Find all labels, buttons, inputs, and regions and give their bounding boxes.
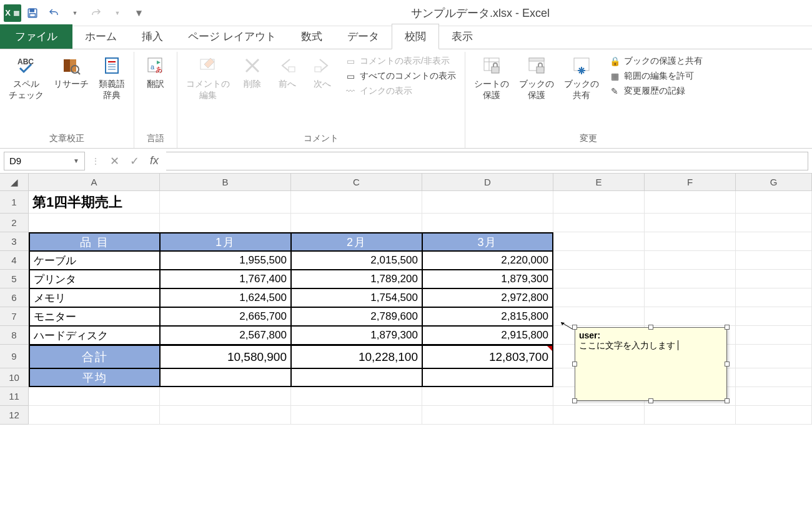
cell-C1[interactable]	[291, 191, 422, 214]
cell-A6[interactable]: メモリ	[29, 288, 160, 307]
cell-A11[interactable]	[29, 387, 160, 406]
cell-D2[interactable]	[422, 214, 553, 232]
redo-dropdown[interactable]: ▼	[107, 3, 127, 23]
undo-dropdown[interactable]: ▼	[65, 3, 85, 23]
cell-C12[interactable]	[291, 406, 422, 425]
tab-home[interactable]: ホーム	[72, 24, 129, 49]
col-D[interactable]: D	[422, 174, 553, 191]
research-button[interactable]: リサーチ	[50, 53, 92, 91]
spelling-button[interactable]: ABC スペル チェック	[5, 53, 47, 102]
cell-A9[interactable]: 合計	[29, 345, 160, 368]
cell-A7[interactable]: モニター	[29, 307, 160, 326]
show-ink[interactable]: 〰インクの表示	[345, 86, 456, 97]
formula-input[interactable]	[166, 152, 808, 170]
allow-edit-ranges[interactable]: ▦範囲の編集を許可	[609, 71, 703, 82]
cell-E5[interactable]	[553, 270, 645, 288]
resize-handle-w[interactable]	[572, 362, 577, 367]
comment-text[interactable]: ここに文字を入力します	[579, 340, 675, 350]
cell-B5[interactable]: 1,767,400	[160, 270, 291, 288]
row-8[interactable]: 8	[0, 326, 29, 345]
cell-C6[interactable]: 1,754,500	[291, 288, 422, 307]
tab-review[interactable]: 校閲	[392, 24, 439, 49]
cell-B8[interactable]: 2,567,800	[160, 326, 291, 345]
cell-E3[interactable]	[553, 232, 645, 251]
cell-B10[interactable]	[160, 368, 291, 387]
cell-C4[interactable]: 2,015,500	[291, 251, 422, 270]
cell-G7[interactable]	[736, 307, 812, 326]
tab-formulas[interactable]: 数式	[289, 24, 335, 49]
row-1[interactable]: 1	[0, 191, 29, 214]
cell-G11[interactable]	[736, 387, 812, 406]
row-5[interactable]: 5	[0, 270, 29, 288]
col-C[interactable]: C	[291, 174, 422, 191]
cell-B2[interactable]	[160, 214, 291, 232]
enter-button[interactable]: ✓	[126, 153, 142, 169]
save-button[interactable]	[22, 3, 42, 23]
resize-handle-s[interactable]	[648, 398, 653, 403]
resize-handle-n[interactable]	[648, 325, 653, 330]
cell-G8[interactable]	[736, 326, 812, 345]
cell-A2[interactable]	[29, 214, 160, 232]
cell-A10[interactable]: 平均	[29, 368, 160, 387]
row-4[interactable]: 4	[0, 251, 29, 270]
cell-D11[interactable]	[422, 387, 553, 406]
cell-D1[interactable]	[422, 191, 553, 214]
resize-handle-ne[interactable]	[725, 325, 730, 330]
cell-C2[interactable]	[291, 214, 422, 232]
cell-G2[interactable]	[736, 214, 812, 232]
tab-data[interactable]: データ	[335, 24, 392, 49]
cell-D8[interactable]: 2,915,800	[422, 326, 553, 345]
row-6[interactable]: 6	[0, 288, 29, 307]
cell-F12[interactable]	[645, 406, 736, 425]
cell-E12[interactable]	[553, 406, 645, 425]
cell-F5[interactable]	[645, 270, 736, 288]
col-E[interactable]: E	[553, 174, 645, 191]
cell-E6[interactable]	[553, 288, 645, 307]
cell-G10[interactable]	[736, 368, 812, 387]
cell-B3[interactable]: 1月	[160, 232, 291, 251]
cell-B6[interactable]: 1,624,500	[160, 288, 291, 307]
edit-comment-button[interactable]: コメントの 編集	[182, 53, 234, 102]
cell-F3[interactable]	[645, 232, 736, 251]
resize-handle-e[interactable]	[725, 362, 730, 367]
row-3[interactable]: 3	[0, 232, 29, 251]
cell-G9[interactable]	[736, 345, 812, 368]
cell-B4[interactable]: 1,955,500	[160, 251, 291, 270]
cell-A8[interactable]: ハードディスク	[29, 326, 160, 345]
qat-customize[interactable]: ⯆	[129, 3, 149, 23]
select-all-corner[interactable]: ◢	[0, 174, 29, 191]
resize-handle-se[interactable]	[725, 398, 730, 403]
row-2[interactable]: 2	[0, 214, 29, 232]
cell-A5[interactable]: プリンタ	[29, 270, 160, 288]
cell-B9[interactable]: 10,580,900	[160, 345, 291, 368]
cell-D12[interactable]	[422, 406, 553, 425]
cell-D10[interactable]	[422, 368, 553, 387]
col-F[interactable]: F	[645, 174, 736, 191]
cell-C11[interactable]	[291, 387, 422, 406]
cell-C8[interactable]: 1,879,300	[291, 326, 422, 345]
protect-workbook-button[interactable]: ブックの 保護	[515, 53, 558, 102]
redo-button[interactable]	[86, 3, 106, 23]
cell-E1[interactable]	[553, 191, 645, 214]
row-7[interactable]: 7	[0, 307, 29, 326]
row-10[interactable]: 10	[0, 368, 29, 387]
cell-D4[interactable]: 2,220,000	[422, 251, 553, 270]
cell-F4[interactable]	[645, 251, 736, 270]
next-comment-button[interactable]: 次へ	[306, 53, 339, 91]
name-box[interactable]: D9 ▼	[4, 152, 85, 170]
cell-D6[interactable]: 2,972,800	[422, 288, 553, 307]
undo-button[interactable]	[44, 3, 64, 23]
resize-handle-nw[interactable]	[572, 325, 577, 330]
show-hide-comment[interactable]: ▭コメントの表示/非表示	[345, 56, 456, 67]
prev-comment-button[interactable]: 前へ	[271, 53, 304, 91]
cell-E4[interactable]	[553, 251, 645, 270]
row-9[interactable]: 9	[0, 345, 29, 368]
tab-file[interactable]: ファイル	[0, 24, 72, 49]
cell-A4[interactable]: ケーブル	[29, 251, 160, 270]
thesaurus-button[interactable]: 類義語 辞典	[95, 53, 129, 102]
col-G[interactable]: G	[736, 174, 812, 191]
cell-C3[interactable]: 2月	[291, 232, 422, 251]
cell-D7[interactable]: 2,815,800	[422, 307, 553, 326]
cell-C7[interactable]: 2,789,600	[291, 307, 422, 326]
cell-G4[interactable]	[736, 251, 812, 270]
